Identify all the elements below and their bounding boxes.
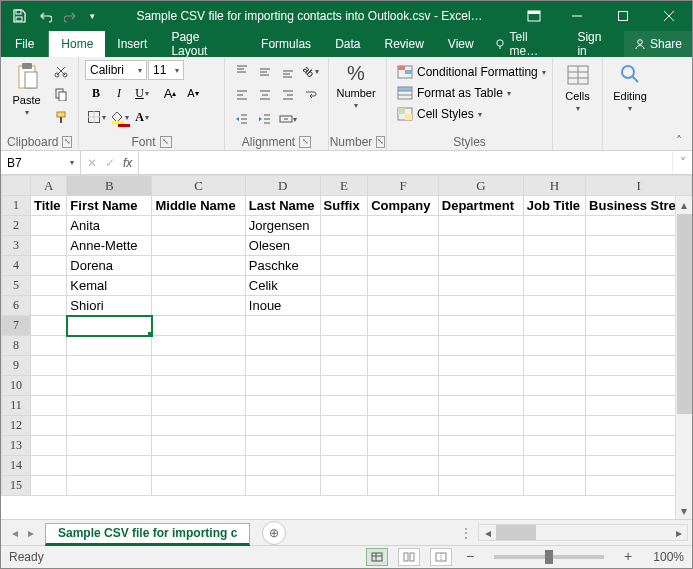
cell[interactable] xyxy=(152,316,245,336)
cell[interactable] xyxy=(320,296,368,316)
cell[interactable] xyxy=(523,236,585,256)
clipboard-dialog-launcher[interactable]: ⤡ xyxy=(62,136,72,148)
format-painter-button[interactable] xyxy=(50,106,72,128)
normal-view-button[interactable] xyxy=(366,548,388,566)
decrease-font-button[interactable]: A▾ xyxy=(182,82,204,104)
cell[interactable] xyxy=(31,276,67,296)
enter-formula-icon[interactable]: ✓ xyxy=(105,156,115,170)
cell[interactable] xyxy=(523,476,585,496)
insert-function-icon[interactable]: fx xyxy=(123,156,132,170)
cell[interactable] xyxy=(320,356,368,376)
italic-button[interactable]: I xyxy=(108,82,130,104)
sheet-nav[interactable]: ◂▸ xyxy=(1,526,45,540)
cell[interactable] xyxy=(523,416,585,436)
row-header[interactable]: 11 xyxy=(2,396,31,416)
cell[interactable] xyxy=(67,416,152,436)
cell[interactable] xyxy=(245,476,320,496)
cell[interactable] xyxy=(523,336,585,356)
cell[interactable]: Dorena xyxy=(67,256,152,276)
tab-formulas[interactable]: Formulas xyxy=(249,31,323,57)
cell[interactable]: Company xyxy=(368,196,439,216)
row-header[interactable]: 10 xyxy=(2,376,31,396)
zoom-level[interactable]: 100% xyxy=(646,550,684,564)
undo-icon[interactable] xyxy=(33,4,57,28)
column-header[interactable]: F xyxy=(368,176,439,196)
orientation-button[interactable]: ab▾ xyxy=(300,60,322,82)
paste-button[interactable]: Paste ▾ xyxy=(7,60,46,126)
cell[interactable] xyxy=(31,336,67,356)
row-header[interactable]: 5 xyxy=(2,276,31,296)
cell[interactable] xyxy=(368,316,439,336)
cell[interactable] xyxy=(368,336,439,356)
cell[interactable] xyxy=(523,376,585,396)
increase-font-button[interactable]: A▴ xyxy=(159,82,181,104)
scroll-left-icon[interactable]: ◂ xyxy=(479,526,496,540)
row-header[interactable]: 15 xyxy=(2,476,31,496)
cell[interactable] xyxy=(320,416,368,436)
cell[interactable] xyxy=(320,476,368,496)
cell[interactable]: Shiori xyxy=(67,296,152,316)
cell[interactable] xyxy=(152,296,245,316)
close-button[interactable] xyxy=(646,1,692,31)
cell[interactable] xyxy=(67,456,152,476)
cell[interactable]: Middle Name xyxy=(152,196,245,216)
cell[interactable] xyxy=(245,416,320,436)
cell[interactable] xyxy=(523,256,585,276)
cell[interactable] xyxy=(320,336,368,356)
scroll-thumb[interactable] xyxy=(677,214,692,414)
row-header[interactable]: 9 xyxy=(2,356,31,376)
cell[interactable] xyxy=(245,336,320,356)
number-dialog-launcher[interactable]: ⤡ xyxy=(376,136,385,148)
tab-view[interactable]: View xyxy=(436,31,486,57)
cell[interactable] xyxy=(152,436,245,456)
share-button[interactable]: Share xyxy=(624,31,692,57)
cell[interactable] xyxy=(438,236,523,256)
horizontal-scrollbar[interactable]: ◂ ▸ xyxy=(478,524,688,541)
cell[interactable] xyxy=(245,316,320,336)
tab-scroll-splitter[interactable]: ⋮ xyxy=(460,526,472,540)
row-header[interactable]: 8 xyxy=(2,336,31,356)
cell[interactable] xyxy=(152,416,245,436)
cell[interactable] xyxy=(438,416,523,436)
formula-input[interactable] xyxy=(139,151,672,174)
zoom-in-button[interactable]: + xyxy=(620,549,636,565)
cell[interactable] xyxy=(320,276,368,296)
cell[interactable] xyxy=(31,416,67,436)
cell[interactable] xyxy=(320,436,368,456)
align-right-button[interactable] xyxy=(277,84,299,106)
cell[interactable] xyxy=(368,256,439,276)
number-format-button[interactable]: % Number ▾ xyxy=(335,60,377,126)
row-header[interactable]: 4 xyxy=(2,256,31,276)
cell[interactable] xyxy=(245,456,320,476)
cancel-formula-icon[interactable]: ✕ xyxy=(87,156,97,170)
cell[interactable]: Last Name xyxy=(245,196,320,216)
ribbon-display-options-icon[interactable] xyxy=(514,1,554,31)
font-name-combo[interactable]: Calibri▾ xyxy=(85,60,147,80)
cell[interactable] xyxy=(31,296,67,316)
cell[interactable] xyxy=(320,256,368,276)
cell[interactable] xyxy=(368,476,439,496)
tab-home[interactable]: Home xyxy=(49,31,105,57)
column-header[interactable]: C xyxy=(152,176,245,196)
maximize-button[interactable] xyxy=(600,1,646,31)
cell[interactable] xyxy=(523,396,585,416)
cell[interactable] xyxy=(245,436,320,456)
cell[interactable]: Kemal xyxy=(67,276,152,296)
cell[interactable] xyxy=(438,476,523,496)
font-color-button[interactable]: A▾ xyxy=(131,106,153,128)
cell[interactable] xyxy=(368,376,439,396)
scroll-right-icon[interactable]: ▸ xyxy=(670,526,687,540)
row-header[interactable]: 12 xyxy=(2,416,31,436)
cell[interactable] xyxy=(67,396,152,416)
cell[interactable] xyxy=(31,316,67,336)
cell[interactable] xyxy=(368,456,439,476)
cell[interactable] xyxy=(67,336,152,356)
column-header[interactable]: I xyxy=(586,176,692,196)
name-box[interactable]: B7▾ xyxy=(1,151,81,174)
tab-data[interactable]: Data xyxy=(323,31,372,57)
cell[interactable] xyxy=(245,396,320,416)
cell[interactable] xyxy=(438,316,523,336)
cell[interactable] xyxy=(152,256,245,276)
cell[interactable]: Job Title xyxy=(523,196,585,216)
cell[interactable]: Paschke xyxy=(245,256,320,276)
